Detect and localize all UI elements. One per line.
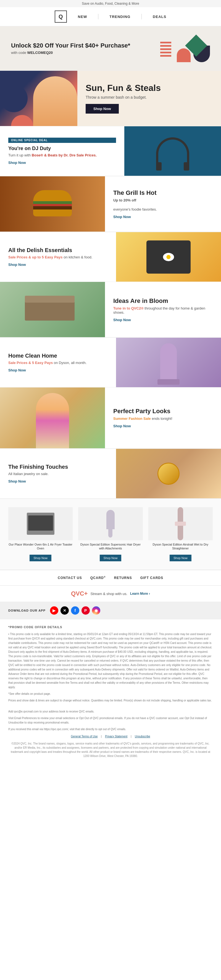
fine-print: *PROMO CODE OFFER DETAILS • This promo c… bbox=[0, 619, 221, 766]
terms-link[interactable]: General Terms of Use bbox=[71, 734, 97, 739]
banner-home-visual bbox=[116, 338, 221, 387]
banner-home: Home Clean Home Sale Prices & 5 Easy Pay… bbox=[0, 337, 221, 387]
sun-circle-navy bbox=[0, 84, 28, 112]
finishing-headline: The Finishing Touches bbox=[8, 464, 108, 470]
vacuum-graphic bbox=[160, 343, 177, 382]
lettuce bbox=[33, 201, 72, 204]
copyright-text: ©2024 QVC, Inc. The brand names, slogans… bbox=[8, 741, 213, 758]
banner-bloom-right: Ideas Are in Bloom Tune in to QVC2® thro… bbox=[105, 282, 221, 337]
top-banner-text: Save on Audio, Food, Cleaning & More bbox=[82, 2, 139, 6]
footer-returns[interactable]: RETURNS bbox=[114, 576, 132, 580]
grill-discount: Up to 20% off bbox=[113, 198, 213, 202]
bloom-text: Tune in to QVC2® throughout the day for … bbox=[113, 306, 213, 315]
fine-print-paragraph2: *See offer details on product page. bbox=[8, 692, 213, 696]
banner-finishing: The Finishing Touches All Italian jewelr… bbox=[0, 449, 221, 498]
fine-print-paragraph1: • This promo code is only available for … bbox=[8, 632, 213, 689]
grill-cta[interactable]: Shop Now bbox=[113, 215, 213, 219]
youtube-icon[interactable]: ▶ bbox=[50, 606, 58, 615]
hero-unlock-subtext: with code WELCOMEQ20 bbox=[11, 51, 149, 55]
twitter-x-icon[interactable]: ✕ bbox=[60, 606, 69, 615]
promo-code: WELCOMEQ20 bbox=[27, 51, 53, 55]
qvc-plus-link[interactable]: Learn More › bbox=[130, 592, 150, 596]
dj-brand-link: Bose® & Beats by Dr. Dre Sale Prices. bbox=[32, 153, 97, 157]
banner-finishing-visual bbox=[116, 449, 221, 498]
party-cta[interactable]: Shop Now bbox=[113, 424, 213, 428]
fine-print-email-line: Add qvc@e.qvcmail.com to your address bo… bbox=[8, 710, 213, 714]
product-cta-1[interactable]: Shop Now bbox=[30, 555, 51, 561]
footer-qcard[interactable]: QCARD® bbox=[90, 576, 106, 580]
privacy-link[interactable]: Privacy Statement bbox=[105, 734, 127, 739]
main-nav: NEW TRENDING DEALS bbox=[78, 14, 166, 19]
product-image-2 bbox=[78, 507, 143, 540]
facebook-icon[interactable]: f bbox=[71, 606, 79, 615]
hero-unlock-text: Unlock $20 Off Your First $40+ Purchase*… bbox=[11, 42, 149, 54]
couch-graphic bbox=[25, 301, 75, 321]
nav-deals[interactable]: DEALS bbox=[153, 15, 166, 19]
product-item-1: Our Place Wonder Oven 6in-1 Air Fryer To… bbox=[6, 504, 75, 564]
grill-text: everyone's foodie favorites. bbox=[113, 207, 213, 212]
dj-cta[interactable]: Shop Now bbox=[8, 161, 116, 165]
banner-sun-image bbox=[0, 71, 77, 126]
fine-print-spam-line: If you received this email via https://q… bbox=[8, 727, 213, 732]
footer-gift-cards[interactable]: GIFT CARDS bbox=[140, 576, 163, 580]
banner-dj-left: ONLINE SPECIAL DEAL You're on DJ Duty Tu… bbox=[0, 126, 124, 176]
finishing-text: All Italian jewelry on sale. bbox=[8, 472, 108, 476]
shape-coral bbox=[177, 48, 191, 62]
nav-trending[interactable]: TRENDING bbox=[110, 15, 130, 19]
home-headline: Home Clean Home bbox=[8, 353, 108, 359]
product-cta-2[interactable]: Shop Now bbox=[100, 555, 122, 561]
banner-bloom: Ideas Are in Bloom Tune in to QVC2® thro… bbox=[0, 282, 221, 337]
fine-print-title: *PROMO CODE OFFER DETAILS bbox=[8, 625, 213, 630]
qvc-plus-logo: QVC+ bbox=[71, 590, 88, 597]
banner-finishing-left: The Finishing Touches All Italian jewelr… bbox=[0, 449, 116, 498]
nav-new[interactable]: NEW bbox=[78, 15, 87, 19]
sun-fun-subtext: Throw a summer bash on a budget. bbox=[86, 95, 213, 100]
sun-fun-cta[interactable]: Shop Now bbox=[86, 104, 119, 114]
finishing-cta[interactable]: Shop Now bbox=[8, 479, 108, 484]
banner-grill: The Grill Is Hot Up to 20% off everyone'… bbox=[0, 176, 221, 232]
product-name-3: Dyson Special Edition Airstrait Wet to D… bbox=[148, 542, 213, 552]
fashion-person bbox=[36, 393, 69, 448]
qvc-plus-text: Stream & shop with us. bbox=[90, 592, 127, 596]
unsubscribe-link[interactable]: Unsubscribe bbox=[135, 734, 150, 739]
nav-divider-2 bbox=[142, 14, 142, 19]
burger-graphic bbox=[33, 190, 72, 218]
sun-person bbox=[33, 76, 77, 126]
banner-delish: All the Delish Essentials Sale Prices & … bbox=[0, 232, 221, 282]
bloom-cta[interactable]: Shop Now bbox=[113, 318, 213, 322]
dj-text: Turn it up with Bose® & Beats by Dr. Dre… bbox=[8, 153, 116, 157]
headphone-graphic bbox=[156, 137, 189, 165]
product-item-3: Dyson Special Edition Airstrait Wet to D… bbox=[146, 504, 215, 564]
dj-headline: You're on DJ Duty bbox=[8, 146, 116, 151]
grill-headline: The Grill Is Hot bbox=[113, 189, 213, 197]
app-icons: ▶ ✕ f P ◉ bbox=[50, 606, 100, 615]
product-name-2: Dyson Special Edition Supersonic Hair Dr… bbox=[78, 542, 143, 552]
banner-delish-visual bbox=[116, 232, 221, 282]
fine-print-paragraph3: Prices and show date & times are subject… bbox=[8, 698, 213, 703]
delish-cta[interactable]: Shop Now bbox=[8, 262, 108, 267]
party-headline: Perfect Party Looks bbox=[113, 408, 213, 415]
home-cta[interactable]: Shop Now bbox=[8, 368, 108, 372]
logo[interactable]: Q bbox=[55, 11, 67, 23]
product-name-1: Our Place Wonder Oven 6in-1 Air Fryer To… bbox=[8, 542, 73, 552]
instagram-icon[interactable]: ◉ bbox=[92, 606, 100, 615]
footer-contact-us[interactable]: CONTACT US bbox=[58, 576, 82, 580]
pinterest-icon[interactable]: P bbox=[81, 606, 90, 615]
bun-bot bbox=[33, 210, 72, 216]
outdoor-furniture bbox=[25, 293, 80, 326]
logo-letter: Q bbox=[59, 14, 63, 20]
sun-fun-visual bbox=[0, 71, 77, 126]
banner-grill-visual bbox=[0, 176, 105, 232]
hero-unlock-banner: Unlock $20 Off Your First $40+ Purchase*… bbox=[0, 26, 221, 70]
banner-sun-fun: Sun, Fun & Steals Throw a summer bash on… bbox=[0, 71, 221, 126]
tomato bbox=[33, 204, 72, 206]
banner-sun-right: Sun, Fun & Steals Throw a summer bash on… bbox=[77, 71, 221, 126]
banner-home-left: Home Clean Home Sale Prices & 5 Easy Pay… bbox=[0, 338, 116, 387]
griddle-graphic bbox=[146, 240, 191, 274]
fine-print-email-pref: Visit Email Preferences to review your e… bbox=[8, 716, 213, 725]
banner-bloom-visual bbox=[0, 282, 105, 337]
banner-party-visual bbox=[0, 387, 105, 448]
product-cta-3[interactable]: Shop Now bbox=[170, 555, 191, 561]
delish-headline: All the Delish Essentials bbox=[8, 247, 108, 253]
banner-dj: ONLINE SPECIAL DEAL You're on DJ Duty Tu… bbox=[0, 126, 221, 176]
